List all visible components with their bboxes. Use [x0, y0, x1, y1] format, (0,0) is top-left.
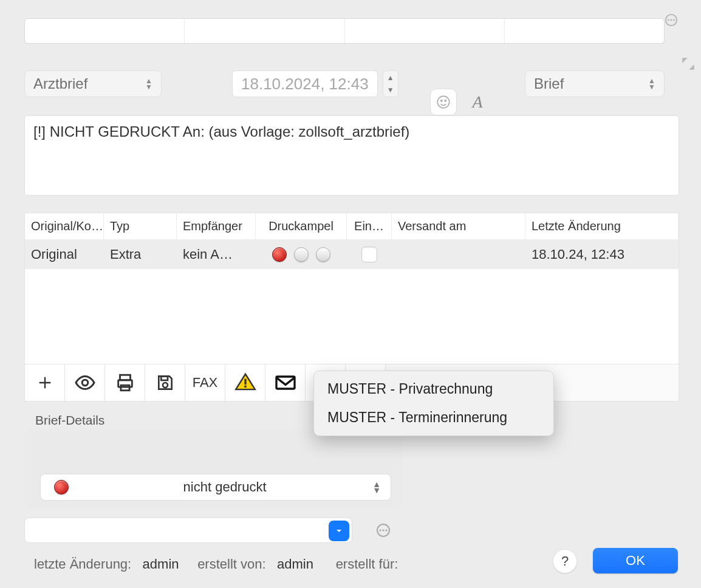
svg-point-19	[379, 529, 381, 531]
mail-button[interactable]	[265, 364, 306, 401]
status-light-off	[316, 247, 330, 262]
footer-info: letzte Änderung: admin erstellt von: adm…	[34, 556, 398, 572]
more-options-icon[interactable]	[374, 521, 392, 539]
cell-ein	[347, 240, 392, 269]
print-status-select[interactable]: nicht gedruckt ▲▼	[40, 474, 391, 501]
svg-rect-14	[244, 379, 246, 385]
format-select[interactable]: Brief ▲▼	[525, 70, 665, 97]
cell-original-kopie: Original	[25, 240, 104, 269]
last-change-label: letzte Änderung:	[34, 556, 131, 572]
svg-point-4	[437, 96, 450, 108]
expand-icon[interactable]	[680, 56, 696, 75]
warning-button[interactable]	[225, 364, 265, 401]
svg-point-15	[244, 385, 247, 388]
col-ein[interactable]: Ein…	[347, 213, 392, 240]
svg-point-21	[385, 529, 387, 531]
created-for-label: erstellt für:	[336, 556, 398, 572]
col-original-kopie[interactable]: Original/Ko…	[25, 213, 104, 240]
print-button[interactable]	[105, 364, 145, 401]
svg-point-3	[673, 19, 675, 21]
svg-point-12	[163, 383, 168, 388]
svg-point-20	[382, 529, 384, 531]
svg-point-2	[671, 19, 672, 21]
top-tab-1[interactable]	[25, 19, 185, 43]
cell-typ: Extra	[104, 240, 177, 269]
datetime-stepper[interactable]: ▲ ▼	[383, 70, 398, 97]
top-tab-2[interactable]	[185, 19, 344, 43]
status-light-red	[272, 247, 287, 262]
datetime-value: 18.10.2024, 12:43	[241, 75, 369, 94]
add-button[interactable]	[25, 364, 65, 401]
svg-rect-16	[276, 377, 295, 389]
help-button[interactable]: ?	[553, 549, 577, 573]
save-button[interactable]	[145, 364, 185, 401]
cell-letzte-aenderung: 18.10.24, 12:43	[525, 240, 679, 269]
checkbox[interactable]	[361, 247, 377, 262]
table-row[interactable]: Original Extra kein A… 18.10.24, 12:43	[25, 240, 679, 269]
cell-versandt-am	[392, 240, 525, 269]
cell-druckampel	[256, 240, 347, 269]
emoji-button[interactable]	[430, 89, 457, 115]
datetime-field[interactable]: 18.10.2024, 12:43	[232, 70, 378, 97]
brief-details-label: Brief-Details	[35, 413, 104, 428]
dropdown-item-terminerinnerung[interactable]: MUSTER - Terminerinnerung	[314, 403, 553, 432]
top-tab-3[interactable]	[345, 19, 505, 43]
more-options-icon[interactable]	[665, 13, 678, 30]
type-select-value: Arztbrief	[33, 75, 87, 92]
preview-button[interactable]	[65, 364, 105, 401]
created-by-value: admin	[277, 556, 313, 572]
chevron-updown-icon: ▲▼	[372, 481, 381, 493]
col-typ[interactable]: Typ	[104, 213, 177, 240]
font-button[interactable]: A	[464, 89, 491, 115]
cell-empfaenger: kein A…	[177, 240, 256, 269]
fax-button[interactable]: FAX	[185, 364, 225, 401]
svg-point-6	[445, 100, 446, 101]
last-change-value: admin	[143, 556, 179, 572]
tag-combobox[interactable]	[24, 518, 352, 543]
col-versandt-am[interactable]: Versandt am	[392, 213, 525, 240]
col-empfaenger[interactable]: Empfänger	[177, 213, 256, 240]
chevron-up-icon: ▲	[383, 72, 398, 83]
fax-label: FAX	[193, 375, 218, 391]
chevron-updown-icon: ▲▼	[648, 78, 655, 90]
template-dropdown: MUSTER - Privatrechnung MUSTER - Termine…	[313, 371, 554, 436]
ok-button[interactable]: OK	[593, 548, 678, 573]
ok-label: OK	[626, 553, 645, 569]
svg-point-5	[441, 100, 442, 101]
subject-text: [!] NICHT GEDRUCKT An: (aus Vorlage: zol…	[33, 123, 409, 140]
format-select-value: Brief	[534, 75, 564, 92]
print-status-value: nicht gedruckt	[77, 479, 372, 495]
top-tab-4[interactable]	[505, 19, 664, 43]
documents-table: Original/Ko… Typ Empfänger Druckampel Ei…	[24, 213, 679, 366]
svg-point-7	[82, 380, 88, 386]
svg-point-1	[668, 19, 669, 21]
type-select[interactable]: Arztbrief ▲▼	[24, 70, 162, 97]
svg-rect-11	[161, 376, 168, 380]
col-letzte-aenderung[interactable]: Letzte Änderung	[525, 213, 679, 240]
created-by-label: erstellt von:	[197, 556, 266, 572]
col-druckampel[interactable]: Druckampel	[256, 213, 347, 240]
status-light-red-icon	[54, 480, 69, 494]
chevron-down-icon: ▼	[383, 84, 398, 95]
status-light-off	[294, 247, 309, 262]
chevron-updown-icon: ▲▼	[145, 78, 152, 90]
help-label: ?	[561, 553, 569, 569]
combobox-dropdown-button[interactable]	[329, 521, 349, 541]
subject-textarea[interactable]: [!] NICHT GEDRUCKT An: (aus Vorlage: zol…	[24, 115, 679, 196]
dropdown-item-privatrechnung[interactable]: MUSTER - Privatrechnung	[314, 375, 553, 403]
top-tab-bar	[24, 18, 665, 44]
